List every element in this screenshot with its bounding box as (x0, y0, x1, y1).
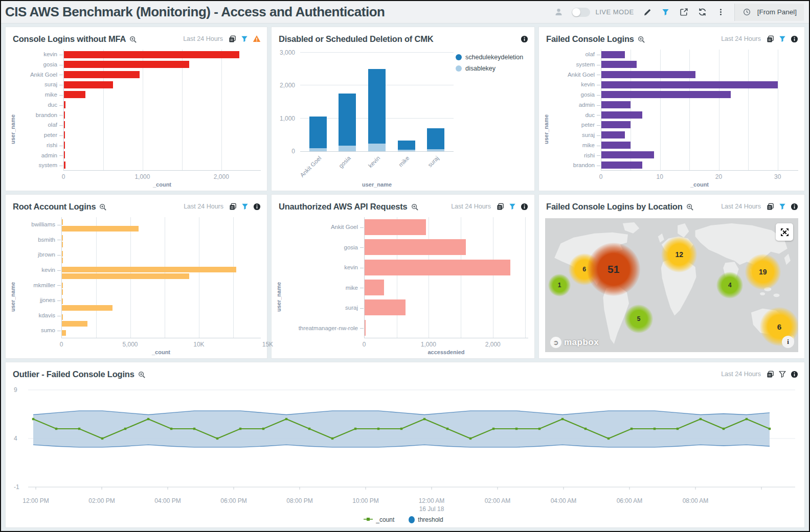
map-bubble[interactable]: 4 (716, 272, 743, 298)
map-bubble[interactable]: 1 (548, 274, 571, 296)
bar[interactable] (62, 267, 236, 272)
bar[interactable] (62, 251, 63, 257)
info-icon[interactable] (791, 371, 798, 378)
filter-icon[interactable] (241, 203, 249, 210)
copy-icon[interactable] (497, 203, 504, 211)
column-segment-disablekey[interactable] (339, 146, 356, 151)
warning-icon[interactable] (253, 35, 261, 43)
bar[interactable] (365, 239, 466, 255)
bar[interactable] (601, 91, 731, 98)
bar[interactable] (62, 321, 87, 327)
mapbox-logo[interactable]: ➲mapbox (550, 337, 599, 348)
bar[interactable] (64, 161, 65, 169)
more-vertical-icon[interactable] (716, 7, 726, 17)
column-segment-disablekey[interactable] (309, 148, 327, 151)
column-segment-schedulekeydeletion[interactable] (398, 141, 415, 150)
copy-icon[interactable] (229, 203, 237, 211)
expand-icon[interactable] (776, 223, 793, 241)
panel-time-range[interactable]: Last 24 Hours (183, 35, 223, 42)
bar[interactable] (64, 61, 189, 68)
bar[interactable] (64, 151, 65, 158)
live-mode-toggle[interactable] (572, 8, 590, 17)
refresh-icon[interactable] (698, 7, 708, 17)
bar[interactable] (62, 219, 63, 225)
copy-icon[interactable] (767, 371, 774, 378)
bar[interactable] (62, 242, 63, 247)
bar[interactable] (601, 81, 778, 88)
legend-item[interactable]: schedulekeydeletion (456, 54, 528, 61)
filter-icon[interactable] (509, 203, 516, 210)
filter-icon[interactable] (241, 35, 248, 42)
info-icon[interactable] (791, 35, 798, 43)
column-group[interactable] (368, 53, 386, 151)
bar[interactable] (62, 305, 112, 311)
info-icon[interactable] (521, 203, 528, 211)
column-segment-schedulekeydeletion[interactable] (309, 117, 327, 148)
world-map[interactable]: 16511254196➲mapboxi (545, 218, 798, 352)
copy-icon[interactable] (767, 35, 774, 43)
map-bubble[interactable]: 51 (587, 243, 640, 296)
bar[interactable] (601, 101, 631, 108)
legend-item[interactable]: _count (364, 516, 394, 523)
bar[interactable] (365, 320, 366, 336)
column-group[interactable] (309, 53, 327, 151)
column-segment-disablekey[interactable] (398, 150, 415, 151)
bar[interactable] (64, 111, 65, 119)
bar[interactable] (62, 258, 63, 263)
column-group[interactable] (339, 53, 356, 151)
column-segment-schedulekeydeletion[interactable] (339, 94, 356, 146)
zoom-in-icon[interactable] (99, 203, 107, 211)
zoom-in-icon[interactable] (411, 203, 419, 211)
bar[interactable] (62, 298, 63, 304)
bar[interactable] (601, 161, 642, 169)
bar[interactable] (64, 71, 140, 78)
bar[interactable] (601, 151, 654, 158)
bar[interactable] (64, 81, 113, 88)
bar[interactable] (601, 51, 625, 58)
info-icon[interactable] (253, 203, 261, 211)
zoom-in-icon[interactable] (686, 203, 694, 211)
bar[interactable] (365, 219, 426, 235)
filter-icon[interactable] (661, 7, 671, 17)
share-icon[interactable] (679, 7, 689, 17)
bar[interactable] (601, 131, 625, 138)
bar[interactable] (365, 260, 510, 275)
bar[interactable] (64, 91, 85, 98)
zoom-in-icon[interactable] (138, 371, 146, 379)
copy-icon[interactable] (229, 35, 236, 43)
zoom-in-icon[interactable] (638, 36, 645, 43)
panel-time-range[interactable]: Last 24 Hours (184, 203, 223, 210)
bar[interactable] (601, 142, 631, 149)
bar[interactable] (62, 235, 63, 241)
filter-dark-icon[interactable] (779, 371, 786, 378)
map-bubble[interactable]: 5 (624, 305, 653, 333)
bar[interactable] (62, 314, 63, 320)
bar[interactable] (62, 330, 66, 336)
legend-item[interactable]: threshold (409, 516, 443, 523)
filter-icon[interactable] (779, 203, 786, 210)
bar[interactable] (62, 283, 63, 288)
panel-time-range[interactable]: Last 24 Hours (721, 371, 761, 378)
bar[interactable] (601, 61, 637, 68)
copy-icon[interactable] (767, 203, 774, 211)
bar[interactable] (62, 226, 139, 232)
bar[interactable] (601, 121, 631, 128)
panel-time-range[interactable]: Last 24 Hours (721, 203, 761, 210)
bar[interactable] (64, 131, 65, 138)
bar[interactable] (365, 299, 406, 315)
bar[interactable] (62, 273, 189, 279)
bar[interactable] (365, 280, 384, 295)
bar[interactable] (64, 142, 65, 149)
zoom-in-icon[interactable] (129, 36, 137, 43)
bar[interactable] (64, 101, 65, 108)
column-segment-schedulekeydeletion[interactable] (368, 69, 386, 144)
column-group[interactable] (398, 53, 415, 151)
info-icon[interactable] (521, 35, 528, 43)
bar[interactable] (601, 71, 695, 78)
edit-icon[interactable] (642, 7, 652, 17)
map-bubble[interactable]: 12 (661, 237, 697, 272)
map-attribution-info-icon[interactable]: i (782, 336, 794, 348)
bar[interactable] (62, 289, 63, 295)
column-segment-disablekey[interactable] (368, 144, 386, 151)
info-icon[interactable] (791, 203, 798, 211)
